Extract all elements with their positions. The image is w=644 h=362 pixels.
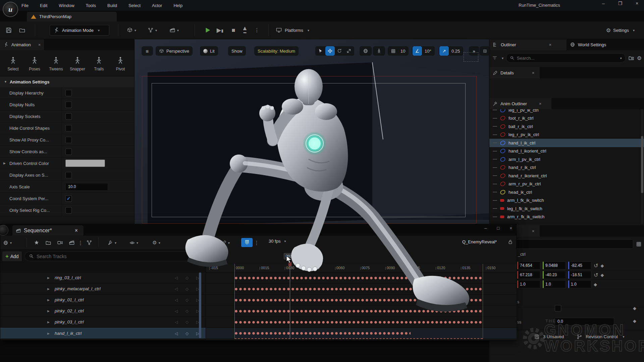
browse-content-button[interactable]: [17, 25, 27, 35]
add-key-icon[interactable]: ◇: [185, 298, 189, 302]
stop-button[interactable]: ■: [229, 25, 238, 35]
rotation-snap-value[interactable]: 10°: [422, 49, 434, 54]
scalability-button[interactable]: Scalability: Medium: [254, 46, 299, 56]
expand-arrow-icon[interactable]: ▶: [47, 320, 50, 324]
render-movie-button[interactable]: [67, 238, 76, 247]
add-track-button[interactable]: + Add: [2, 251, 22, 261]
anim-tool-select[interactable]: Select: [3, 56, 23, 71]
checkbox[interactable]: [65, 148, 72, 155]
key-lane[interactable]: [206, 295, 517, 306]
auto-key-button[interactable]: [206, 238, 217, 247]
view-options-dropdown[interactable]: ▾: [129, 238, 138, 247]
anim-tool-poses[interactable]: Poses: [25, 56, 44, 71]
tab-sequencer[interactable]: Sequencer* ×: [12, 225, 84, 236]
anim-tool-trails[interactable]: Trails: [89, 56, 109, 71]
anim-outliner-item[interactable]: ball_r_ik_ctrl: [489, 122, 644, 131]
prev-key-icon[interactable]: ◁: [175, 287, 178, 291]
anim-outliner-item[interactable]: head_ik_ctrl: [489, 188, 644, 196]
menu-tools[interactable]: Tools: [86, 3, 96, 8]
anim-tool-tweens[interactable]: Tweens: [46, 56, 66, 71]
tab-animation[interactable]: Animation ×: [0, 39, 44, 50]
menu-file[interactable]: File: [21, 3, 29, 8]
checkbox[interactable]: [65, 113, 72, 120]
expand-arrow-icon[interactable]: ▶: [47, 332, 50, 335]
table-view-icon[interactable]: [636, 241, 642, 247]
close-icon[interactable]: ×: [549, 42, 552, 47]
scrollbar-thumb[interactable]: [641, 136, 643, 193]
browse-sequence-button[interactable]: [44, 238, 53, 247]
prev-key-icon[interactable]: ◁: [175, 331, 178, 336]
move-tool-icon[interactable]: [325, 46, 335, 56]
tab-anim-outliner[interactable]: Anim Outliner ×: [489, 98, 551, 109]
skip-forward-button[interactable]: ▶▮: [215, 25, 225, 35]
play-options-button[interactable]: ⋮: [252, 25, 262, 35]
lit-button[interactable]: Lit: [200, 46, 218, 56]
checkbox[interactable]: [65, 90, 72, 96]
viewport-menu-button[interactable]: ≡: [142, 46, 153, 56]
track-row-pinky_01_l_ctrl[interactable]: ▶pinky_01_l_ctrl◁◇▷: [0, 295, 206, 306]
tab-details-upper[interactable]: Details ×: [489, 67, 540, 78]
checkbox[interactable]: [65, 172, 72, 178]
track-row-pinky_metacarpal_l_ctrl[interactable]: ▶pinky_metacarpal_l_ctrl◁◇▷: [0, 284, 206, 295]
anim-outliner-item[interactable]: arm_r_pv_ik_ctrl: [489, 180, 644, 188]
show-button[interactable]: Show: [228, 46, 246, 56]
close-icon[interactable]: ×: [539, 101, 542, 106]
perspective-button[interactable]: Perspective: [156, 46, 193, 56]
anim-outliner-item[interactable]: arm_r_fk_ik_switch: [489, 213, 644, 221]
platforms-dropdown[interactable]: Platforms ▾: [276, 25, 309, 36]
key-lane[interactable]: [206, 328, 517, 339]
track-row-hand_l_ik_ctrl[interactable]: ▶hand_l_ik_ctrl◁◇▷: [0, 328, 206, 339]
scale-snap-value[interactable]: 0.25: [449, 49, 463, 54]
maximize-button[interactable]: □: [497, 226, 500, 231]
cinematics-button[interactable]: ▾: [169, 25, 179, 35]
scale-snap-icon[interactable]: ↗: [439, 46, 449, 56]
key-lane[interactable]: [206, 306, 517, 317]
keyframe-diamond-icon[interactable]: ◆: [633, 318, 636, 323]
prev-key-icon[interactable]: ◁: [175, 276, 178, 280]
checkbox[interactable]: [65, 207, 72, 214]
track-row-ring_03_l_ctrl[interactable]: ▶ring_03_l_ctrl◁◇▷: [0, 273, 206, 284]
track-row-pinky_02_l_ctrl[interactable]: ▶pinky_02_l_ctrl◁◇▷: [0, 306, 206, 317]
track-filter-button[interactable]: [199, 253, 205, 259]
tab-world-settings[interactable]: World Settings: [567, 39, 609, 50]
play-button[interactable]: [203, 25, 212, 35]
menu-help[interactable]: Help: [173, 3, 182, 8]
eject-button[interactable]: ▲▬: [240, 25, 250, 35]
track-scrollbar[interactable]: [199, 273, 201, 338]
animation-settings-header[interactable]: ▼ Animation Settings: [0, 76, 134, 87]
editor-mode-dropdown[interactable]: Animation Mode ▾: [50, 25, 109, 36]
close-button[interactable]: ×: [509, 226, 512, 231]
close-icon[interactable]: ×: [532, 229, 535, 234]
key-lane[interactable]: [206, 284, 517, 295]
scale-tool-icon[interactable]: [344, 46, 354, 56]
prev-key-icon[interactable]: ◁: [175, 309, 178, 313]
playhead-line[interactable]: [290, 264, 290, 339]
anim-outliner-item[interactable]: hand_r_ikorient_ctrl: [489, 172, 644, 180]
outliner-search-input[interactable]: Search... ▾: [506, 53, 626, 63]
settings-dropdown[interactable]: ⚙ Settings ▾: [606, 25, 635, 36]
unreal-logo[interactable]: u: [3, 2, 18, 17]
anim-tool-snapper[interactable]: Snapper: [68, 56, 87, 71]
close-icon[interactable]: ×: [38, 42, 41, 47]
lock-icon[interactable]: [507, 239, 513, 245]
anim-outliner-item[interactable]: arm_l_pv_ik_ctrl: [489, 155, 644, 164]
checkbox[interactable]: ✓: [65, 195, 72, 202]
track-search-input[interactable]: Search Tracks: [24, 251, 196, 261]
menu-actor[interactable]: Actor: [152, 3, 162, 8]
new-folder-icon[interactable]: [628, 55, 634, 61]
prev-key-icon[interactable]: ◁: [175, 298, 178, 302]
tab-outliner[interactable]: Outliner ×: [489, 39, 567, 50]
more-options-button[interactable]: ⋮: [78, 238, 83, 247]
revision-control-label[interactable]: Revision Control: [586, 334, 618, 339]
filter-icon[interactable]: [492, 55, 497, 61]
add-key-icon[interactable]: ◇: [185, 331, 189, 336]
number-field[interactable]: 10.0: [65, 183, 108, 191]
expand-arrow-icon[interactable]: ▶: [3, 162, 6, 165]
world-space-button[interactable]: [360, 46, 372, 56]
minimize-button[interactable]: –: [600, 1, 607, 6]
close-button[interactable]: ×: [633, 1, 641, 6]
maximize-button[interactable]: ❐: [616, 1, 624, 6]
menu-edit[interactable]: Edit: [40, 3, 47, 8]
keyframe-diamond-icon[interactable]: ◆: [633, 306, 636, 311]
anim-outliner-item[interactable]: arm_l_fk_ik_switch: [489, 196, 644, 205]
